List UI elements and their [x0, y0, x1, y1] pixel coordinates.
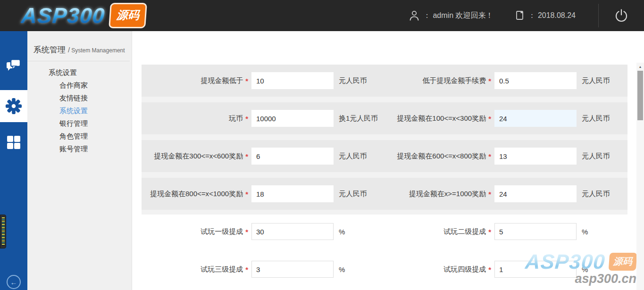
form-field: 低于提现金额手续费 * 元人民币 [385, 72, 627, 89]
sidebar-menu-item[interactable]: 账号管理 [27, 142, 132, 155]
form-field: 提现金额在800<=x<1000奖励 * 元人民币 [142, 185, 385, 202]
form-field: 试玩三级提成 * % [142, 261, 385, 278]
form-row: 玩币 * 换1元人民币 提现金额在100<=x<300奖励 * 元人民币 [142, 102, 627, 134]
top-header: ASP300 源码 ： admin 欢迎回来！ ： 2018.08.24 [0, 0, 644, 31]
sidebar-menu-item-label: 账号管理 [59, 145, 88, 153]
form-row: 试玩一级提成 * % 试玩二级提成 * % [142, 215, 627, 248]
form-row: 试玩三级提成 * % 试玩四级提成 * % [142, 253, 627, 285]
menu-title-zh: 系统管理 [33, 45, 66, 54]
required-asterisk-icon: * [488, 228, 491, 236]
sidebar-collapse-button[interactable]: ← [7, 275, 21, 289]
sidebar-menu-item-label: 角色管理 [59, 132, 88, 140]
sidebar-menu-item[interactable]: 角色管理 [27, 130, 132, 142]
field-input[interactable] [251, 110, 334, 127]
menu-section-title: 系统管理/System Management [27, 31, 130, 61]
sidebar-menu-item[interactable]: 合作商家 [27, 79, 132, 91]
field-input[interactable] [251, 223, 334, 240]
field-label: 提现金额在x>=1000奖励 [409, 190, 486, 199]
form-field: 试玩一级提成 * % [142, 223, 385, 240]
vertical-scrollbar[interactable]: ▲ [636, 63, 644, 290]
logout-power-button[interactable] [599, 0, 644, 31]
edge-overlay-widget[interactable] [0, 215, 6, 249]
field-label: 低于提现金额手续费 [422, 76, 486, 85]
field-input[interactable] [494, 223, 577, 240]
rail-item-settings[interactable] [0, 90, 27, 122]
field-input[interactable] [251, 261, 334, 278]
brand-logo-badge: 源码 [109, 3, 147, 28]
sidebar-menu-item-label: 友情链接 [59, 94, 88, 102]
field-input[interactable] [494, 110, 577, 127]
field-label: 提现金额在300<=x<600奖励 [154, 152, 243, 161]
form-row: 提现金额在800<=x<1000奖励 * 元人民币 提现金额在x>=1000奖励… [142, 178, 627, 210]
admin-page: ASP300 源码 ： admin 欢迎回来！ ： 2018.08.24 [0, 0, 644, 290]
field-label: 试玩四级提成 [443, 265, 486, 274]
form-field: 提现金额在x>=1000奖励 * 元人民币 [385, 185, 627, 202]
brand-logo-text: ASP300 [20, 3, 106, 28]
field-input[interactable] [251, 148, 334, 165]
brand-logo[interactable]: ASP300 源码 [21, 1, 146, 30]
field-label: 试玩二级提成 [443, 227, 486, 236]
form-field: 试玩二级提成 * % [385, 223, 627, 240]
power-icon [614, 8, 628, 23]
user-welcome-text: ： admin 欢迎回来！ [423, 11, 493, 21]
calendar-icon [516, 10, 524, 21]
form-field: 提现金额在300<=x<600奖励 * 元人民币 [142, 148, 385, 165]
sidebar-menu-item[interactable]: 系统设置 [27, 66, 132, 79]
sidebar-menu-item-label: 系统设置 [59, 107, 88, 115]
form-field: 提现金额低于 * 元人民币 [142, 72, 385, 89]
date-info: ： 2018.08.24 [516, 10, 576, 21]
grid-icon [6, 135, 21, 150]
field-label: 提现金额低于 [201, 76, 243, 85]
form-field: 玩币 * 换1元人民币 [142, 110, 385, 127]
sidebar-menu-item[interactable]: 系统设置 [27, 104, 132, 117]
required-asterisk-icon: * [488, 190, 491, 198]
scrollbar-up-arrow-icon[interactable]: ▲ [636, 63, 644, 70]
rail-item-apps[interactable] [0, 126, 27, 158]
field-input[interactable] [251, 185, 334, 202]
sidebar-menu-panel: 系统管理/System Management 系统设置合作商家友情链接系统设置银… [27, 31, 132, 290]
required-asterisk-icon: * [245, 265, 248, 273]
field-label: 玩币 [229, 114, 243, 123]
menu-title-en: System Management [71, 47, 125, 54]
field-unit: 元人民币 [577, 190, 627, 199]
gear-icon [5, 97, 23, 115]
scrollbar-thumb[interactable] [637, 71, 643, 120]
date-text: ： 2018.08.24 [528, 11, 576, 21]
required-asterisk-icon: * [488, 265, 491, 273]
arrow-left-icon: ← [10, 278, 17, 286]
field-unit: 元人民币 [577, 114, 627, 123]
field-input[interactable] [494, 185, 577, 202]
field-input[interactable] [494, 148, 577, 165]
required-asterisk-icon: * [245, 228, 248, 236]
field-unit: 元人民币 [334, 190, 385, 199]
user-info: ： admin 欢迎回来！ [409, 10, 493, 21]
sidebar-menu-item-label: 银行管理 [59, 119, 88, 127]
field-input[interactable] [494, 72, 577, 89]
menu-list: 系统设置合作商家友情链接系统设置银行管理角色管理账号管理 [27, 61, 132, 155]
menu-title-separator: / [68, 46, 70, 54]
field-unit: % [334, 265, 385, 273]
required-asterisk-icon: * [245, 115, 248, 123]
field-input[interactable] [251, 72, 334, 89]
sidebar-menu-item[interactable]: 银行管理 [27, 117, 132, 130]
user-icon [409, 10, 419, 21]
field-unit: 元人民币 [334, 76, 385, 85]
required-asterisk-icon: * [488, 115, 491, 123]
field-unit: 元人民币 [334, 152, 385, 161]
form-row: 提现金额在300<=x<600奖励 * 元人民币 提现金额在600<=x<800… [142, 140, 627, 172]
form-field: 试玩四级提成 * % [385, 261, 627, 278]
required-asterisk-icon: * [488, 152, 491, 160]
sidebar-menu-item-label: 合作商家 [59, 81, 88, 89]
field-unit: 元人民币 [577, 76, 627, 85]
edge-overlay-stripes [2, 217, 5, 246]
field-unit: 换1元人民币 [334, 114, 385, 123]
field-unit: 元人民币 [577, 152, 627, 161]
rail-item-messages[interactable] [0, 50, 27, 82]
field-label: 试玩三级提成 [201, 265, 243, 274]
sidebar-menu-item[interactable]: 友情链接 [27, 91, 132, 104]
field-unit: % [334, 228, 385, 236]
form-field: 提现金额在600<=x<800奖励 * 元人民币 [385, 148, 627, 165]
form-field: 提现金额在100<=x<300奖励 * 元人民币 [385, 110, 627, 127]
chat-bubbles-icon [5, 58, 22, 74]
field-input[interactable] [494, 261, 577, 278]
